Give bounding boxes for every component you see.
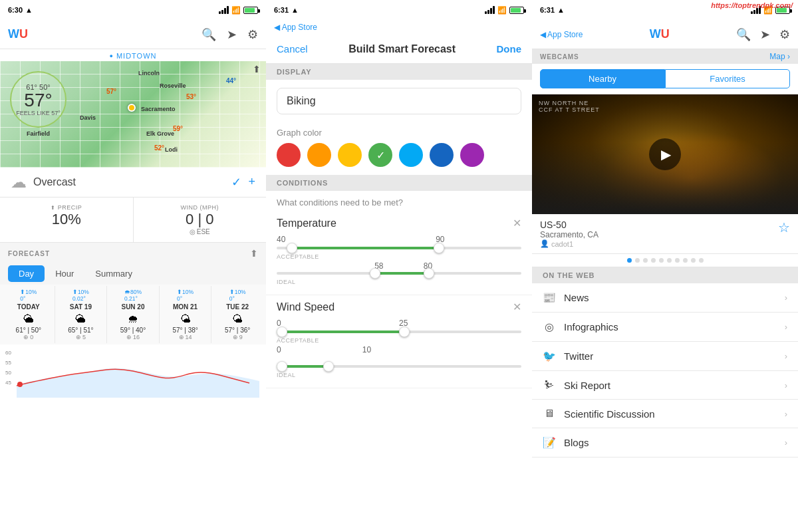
dot-3[interactable] [651,258,656,263]
location-dot [128,104,136,112]
wind-acceptable-track[interactable] [277,331,521,333]
windspeed-close[interactable]: ✕ [513,301,521,313]
temp-acceptable-thumb-right[interactable] [434,243,444,253]
windspeed-title: Wind Speed [277,301,334,313]
chart-dot [17,382,23,387]
temp-ideal-thumb-right[interactable] [424,268,434,279]
dot-7[interactable] [683,258,688,263]
color-lightblue[interactable] [399,143,423,167]
wifi-icon-1: 📶 [231,6,241,15]
windspeed-title-row: Wind Speed ✕ [277,301,521,313]
tab-hour[interactable]: Hour [45,265,84,282]
web-item-blogs[interactable]: 📝 Blogs › [532,428,798,458]
panel3-icons: 🔍 ➤ ⚙ [736,27,790,42]
color-orange[interactable] [307,143,331,167]
back-button-3[interactable]: ◀ App Store [540,30,583,39]
infographics-label: Infographics [564,321,618,332]
city-fairfield: Fairfield [27,130,50,137]
share-button[interactable]: ⬆ [253,64,261,74]
temp-overlay: 61° 50° 57° FEELS LIKE 57° [10,71,66,128]
tab-summary[interactable]: Summary [84,265,143,282]
dot-1[interactable] [635,258,640,263]
settings-icon-1[interactable]: ⚙ [247,27,258,42]
tab-day[interactable]: Day [8,265,45,282]
webcams-label: WEBCAMS [540,53,579,61]
add-button[interactable]: + [248,175,255,190]
temperature-title-row: Temperature ✕ [277,217,521,229]
search-icon-1[interactable]: 🔍 [201,27,216,42]
web-item-ski[interactable]: ⛷ Ski Report › [532,371,798,400]
temp-ideal-thumb-left[interactable] [370,268,380,279]
conditions-section-header: CONDITIONS [266,175,532,191]
color-yellow[interactable] [338,143,362,167]
forecast-day-tue: ⬆10%0° TUE 22 🌤 57° | 36° ⊕9 [211,286,263,343]
wind-ideal-thumb-right[interactable] [323,361,334,372]
fd-wind-mon: ⊕14 [179,334,192,340]
scientific-chevron: › [785,409,787,419]
cloud-icon: ☁ [11,173,27,192]
wind-ideal-track[interactable] [277,365,521,368]
temperature-close[interactable]: ✕ [513,217,521,229]
color-purple[interactable] [460,143,484,167]
dot-0[interactable] [627,258,632,263]
cancel-button[interactable]: Cancel [277,43,308,55]
web-item-news[interactable]: 📰 News › [532,283,798,313]
search-icon-3[interactable]: 🔍 [736,27,751,42]
favorite-star-button[interactable]: ☆ [778,219,790,235]
wind-acceptable-values: 0 25 [277,319,521,328]
dot-6[interactable] [675,258,680,263]
conditions-prompt: What conditions need to be met? [266,191,532,211]
temp-acceptable-fill [289,247,436,249]
temp-label-44: 44° [226,77,236,84]
dot-8[interactable] [691,258,696,263]
dot-4[interactable] [659,258,664,263]
display-name-input[interactable] [277,88,521,114]
blogs-chevron: › [785,438,787,448]
forecast-share-icon[interactable]: ⬆ [250,248,258,259]
temp-main: 57° [24,91,52,110]
dot-5[interactable] [667,258,672,263]
check-button[interactable]: ✓ [231,175,241,190]
forecast-day-mon: ⬆10%0° MON 21 🌤 57° | 38° ⊕14 [160,286,212,343]
web-item-twitter[interactable]: 🐦 Twitter › [532,342,798,371]
temp-ideal-track[interactable] [277,272,521,275]
map-link[interactable]: Map › [769,52,790,61]
wind-stat: WIND (MPH) 0 | 0 ◎ ESE [134,198,267,242]
temp-acceptable-thumb-left[interactable] [287,243,297,253]
forecast-days-list: ⬆10%0° TODAY 🌥 61° | 50° ⊕0 ⬆10%0.02° SA… [0,285,266,344]
wind-acceptable-thumb-right[interactable] [399,327,410,337]
settings-icon-3[interactable]: ⚙ [779,27,790,42]
wind-acceptable-thumb-left[interactable] [277,327,287,337]
city-lincoln: Lincoln [138,70,160,76]
location-icon-3[interactable]: ➤ [760,27,770,42]
fd-wind-tue: ⊕9 [233,334,243,340]
appstore-back[interactable]: ◀ App Store [266,20,532,35]
webcam-video[interactable]: NW NORTH NE CCF AT T STREET ▶ [532,94,798,214]
signal-icon-1: ▲ [25,6,33,14]
tab-nearby[interactable]: Nearby [540,69,665,88]
temp-acceptable-track[interactable] [277,247,521,249]
forecast-day-today: ⬆10%0° TODAY 🌥 61° | 50° ⊕0 [3,286,55,343]
color-red[interactable] [277,143,301,167]
web-item-scientific[interactable]: 🖥 Scientific Discussion › [532,400,798,428]
dot-2[interactable] [643,258,648,263]
color-blue[interactable] [430,143,454,167]
panel3-appbar: ◀ App Store WU 🔍 ➤ ⚙ [532,20,798,49]
web-item-infographics[interactable]: ◎ Infographics › [532,313,798,342]
color-green[interactable]: ✓ [368,143,392,167]
forecast-label: FORECAST [8,250,50,257]
wifi-icon-2: 📶 [497,6,507,15]
scientific-icon: 🖥 [543,408,556,420]
temp-label-57: 57° [106,88,116,95]
map-container: Lincoln Roseville Sacramento Davis Elk G… [0,61,266,168]
status-bar-1: 6:30 ▲ 📶 [0,0,266,20]
wind-ideal-thumb-left[interactable] [277,361,287,372]
fd-temp-sun: 59° | 40° [120,327,146,334]
fd-wind-sun: ⊕16 [126,334,140,340]
back-chevron: ◀ [540,30,546,39]
tab-favorites[interactable]: Favorites [665,69,790,88]
dot-9[interactable] [699,258,704,263]
play-button[interactable]: ▶ [649,138,681,170]
done-button[interactable]: Done [496,43,521,55]
location-icon-1[interactable]: ➤ [227,27,237,42]
